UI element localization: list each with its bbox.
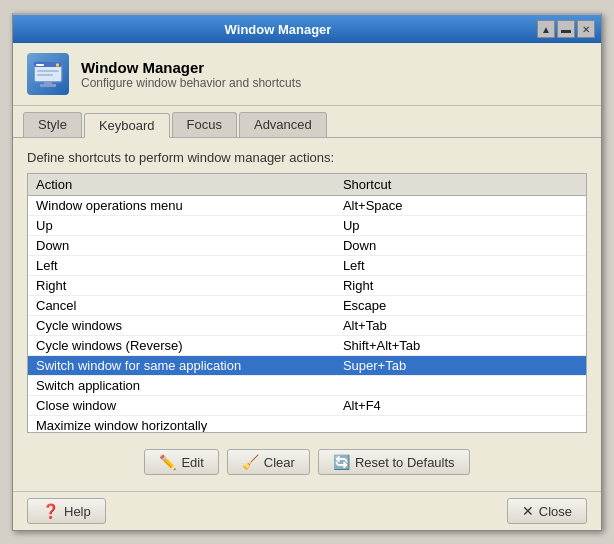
edit-label: Edit — [181, 455, 203, 470]
footer-right: ✕ Close — [507, 498, 587, 524]
cell-action: Switch window for same application — [28, 356, 335, 376]
cell-action: Maximize window horizontally — [28, 416, 335, 434]
help-icon: ❓ — [42, 503, 59, 519]
table-row[interactable]: CancelEscape — [28, 296, 586, 316]
reset-button[interactable]: 🔄 Reset to Defaults — [318, 449, 470, 475]
table-row[interactable]: Switch window for same applicationSuper+… — [28, 356, 586, 376]
table-row[interactable]: Cycle windows (Reverse)Shift+Alt+Tab — [28, 336, 586, 356]
cell-shortcut: Right — [335, 276, 586, 296]
header-subtitle: Configure window behavior and shortcuts — [81, 76, 301, 90]
cell-action: Up — [28, 216, 335, 236]
cell-action: Left — [28, 256, 335, 276]
cell-shortcut: Super+Tab — [335, 356, 586, 376]
shortcuts-table-container: Action Shortcut Window operations menuAl… — [27, 173, 587, 433]
svg-rect-4 — [37, 70, 59, 72]
close-icon: ✕ — [522, 503, 534, 519]
cell-shortcut: Escape — [335, 296, 586, 316]
main-window: Window Manager ▲ ▬ ✕ Window Manager Conf… — [12, 13, 602, 531]
help-button[interactable]: ❓ Help — [27, 498, 106, 524]
cell-shortcut: Up — [335, 216, 586, 236]
table-row[interactable]: Maximize window horizontally — [28, 416, 586, 434]
footer: ❓ Help ✕ Close — [13, 491, 601, 530]
cell-shortcut — [335, 376, 586, 396]
table-row[interactable]: Switch application — [28, 376, 586, 396]
table-row[interactable]: RightRight — [28, 276, 586, 296]
svg-rect-2 — [36, 64, 44, 66]
table-row[interactable]: DownDown — [28, 236, 586, 256]
cell-action: Close window — [28, 396, 335, 416]
tab-focus[interactable]: Focus — [172, 112, 237, 137]
cell-shortcut: Left — [335, 256, 586, 276]
reset-label: Reset to Defaults — [355, 455, 455, 470]
footer-left: ❓ Help — [27, 498, 106, 524]
help-label: Help — [64, 504, 91, 519]
titlebar-maximize-button[interactable]: ▬ — [557, 20, 575, 38]
titlebar-controls: ▲ ▬ ✕ — [537, 20, 595, 38]
table-row[interactable]: UpUp — [28, 216, 586, 236]
action-buttons: ✏️ Edit 🧹 Clear 🔄 Reset to Defaults — [27, 443, 587, 481]
reset-icon: 🔄 — [333, 454, 350, 470]
tab-content: Define shortcuts to perform window manag… — [13, 138, 601, 491]
close-label: Close — [539, 504, 572, 519]
window-title: Window Manager — [19, 22, 537, 37]
titlebar-close-button[interactable]: ✕ — [577, 20, 595, 38]
app-icon — [27, 53, 69, 95]
shortcuts-table: Action Shortcut Window operations menuAl… — [28, 174, 586, 433]
tab-style[interactable]: Style — [23, 112, 82, 137]
clear-icon: 🧹 — [242, 454, 259, 470]
cell-action: Switch application — [28, 376, 335, 396]
clear-button[interactable]: 🧹 Clear — [227, 449, 310, 475]
col-header-shortcut: Shortcut — [335, 174, 586, 196]
app-header: Window Manager Configure window behavior… — [13, 43, 601, 106]
clear-label: Clear — [264, 455, 295, 470]
col-header-action: Action — [28, 174, 335, 196]
table-row[interactable]: LeftLeft — [28, 256, 586, 276]
svg-rect-7 — [44, 82, 52, 84]
cell-action: Cycle windows (Reverse) — [28, 336, 335, 356]
tab-keyboard[interactable]: Keyboard — [84, 113, 170, 138]
cell-shortcut: Alt+Tab — [335, 316, 586, 336]
cell-action: Down — [28, 236, 335, 256]
cell-shortcut: Alt+Space — [335, 196, 586, 216]
cell-action: Cancel — [28, 296, 335, 316]
header-text: Window Manager Configure window behavior… — [81, 59, 301, 90]
table-row[interactable]: Close windowAlt+F4 — [28, 396, 586, 416]
cell-shortcut: Alt+F4 — [335, 396, 586, 416]
close-button[interactable]: ✕ Close — [507, 498, 587, 524]
table-row[interactable]: Cycle windowsAlt+Tab — [28, 316, 586, 336]
titlebar-up-button[interactable]: ▲ — [537, 20, 555, 38]
edit-icon: ✏️ — [159, 454, 176, 470]
header-title: Window Manager — [81, 59, 301, 76]
description-text: Define shortcuts to perform window manag… — [27, 150, 587, 165]
svg-rect-6 — [40, 84, 56, 87]
cell-action: Cycle windows — [28, 316, 335, 336]
tab-advanced[interactable]: Advanced — [239, 112, 327, 137]
table-row[interactable]: Window operations menuAlt+Space — [28, 196, 586, 216]
tab-bar: Style Keyboard Focus Advanced — [13, 106, 601, 138]
table-header-row: Action Shortcut — [28, 174, 586, 196]
titlebar: Window Manager ▲ ▬ ✕ — [13, 15, 601, 43]
cell-action: Right — [28, 276, 335, 296]
cell-shortcut: Shift+Alt+Tab — [335, 336, 586, 356]
svg-rect-3 — [56, 64, 59, 67]
cell-action: Window operations menu — [28, 196, 335, 216]
cell-shortcut — [335, 416, 586, 434]
cell-shortcut: Down — [335, 236, 586, 256]
edit-button[interactable]: ✏️ Edit — [144, 449, 218, 475]
svg-rect-5 — [37, 74, 53, 76]
